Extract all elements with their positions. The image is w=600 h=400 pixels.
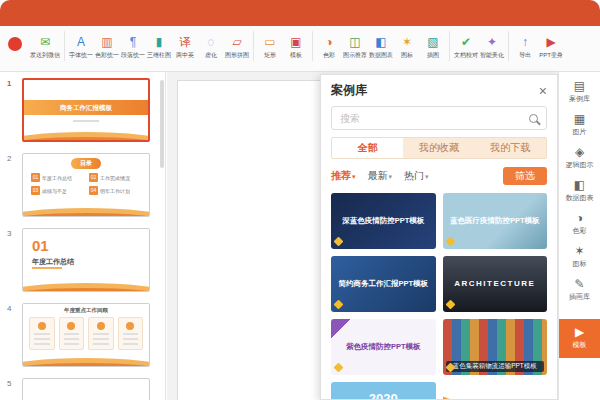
- export-icon: ↑: [513, 35, 537, 49]
- title-bar: [0, 0, 600, 26]
- toc-number-chip: 04: [89, 186, 98, 195]
- ribbon-translate[interactable]: 译 两中英: [172, 35, 198, 60]
- close-icon[interactable]: ×: [539, 85, 547, 97]
- content-column: [118, 317, 144, 350]
- sidebar-item-diagrams[interactable]: ◈ 逻辑图示: [559, 142, 600, 175]
- ribbon-export[interactable]: ↑ 导出: [512, 35, 538, 60]
- ribbon-blur[interactable]: ◌ 虚化: [198, 35, 224, 60]
- ribbon-proofread[interactable]: ✔ 文档校对: [453, 35, 479, 60]
- section-title: 年度工作总结: [32, 257, 74, 267]
- slide-number: 4: [7, 304, 11, 313]
- template-card[interactable]: 蓝色医疗疫情防控PPT模板: [443, 193, 548, 249]
- sidebar-item-colors[interactable]: ◑ 色彩: [559, 208, 600, 241]
- slide-4-content-thumb[interactable]: 年度重点工作回顾: [22, 303, 150, 367]
- blur-icon: ◌: [199, 35, 223, 49]
- slide-thumbnail-4[interactable]: 4 年度重点工作回顾: [0, 303, 165, 367]
- illustration-icon: ▧: [421, 35, 445, 49]
- palette-icon: ◑: [317, 35, 341, 49]
- content-column: [88, 317, 114, 350]
- ribbon-smart-beautify[interactable]: ✦ 智能美化: [479, 35, 505, 60]
- palette-icon: ◑: [559, 212, 600, 225]
- sort-newest[interactable]: 最新▾: [368, 169, 393, 183]
- sort-hot[interactable]: 热门▾: [404, 169, 429, 183]
- ribbon-unify-color[interactable]: ▥ 色彩统一: [94, 35, 120, 60]
- diagram-icon: ◈: [559, 146, 600, 159]
- case-library-panel: 案例库 × 全部 我的收藏 我的下载 推荐▾ 最新▾ 热门▾ 筛选 深蓝色疫情防…: [320, 74, 558, 400]
- decoration-line: [73, 120, 99, 122]
- search-button[interactable]: [520, 107, 546, 129]
- slide-thumbnail-panel: 1 商务工作汇报模板 2 目录 01 年度工作总结 02 工作完成情况 03: [0, 72, 166, 400]
- ribbon-divider: [253, 31, 254, 61]
- ribbon-divider: [449, 31, 450, 61]
- template-card[interactable]: 2020 商务工作汇报模板: [331, 382, 436, 399]
- sidebar-item-icons[interactable]: ✶ 图标: [559, 241, 600, 274]
- cases-icon: ▤: [559, 80, 600, 93]
- sidebar-item-illustrations[interactable]: ✎ 插画库: [559, 274, 600, 307]
- slide-thumbnail-5[interactable]: 5: [0, 378, 165, 400]
- chevron-down-icon: ▾: [352, 173, 356, 180]
- template-card[interactable]: 工作汇报通用模板: [443, 382, 548, 399]
- template-card[interactable]: 蓝色集装箱物流运输PPT模板: [443, 319, 548, 375]
- sidebar-item-cases[interactable]: ▤ 案例库: [559, 76, 600, 109]
- toc-item: 02 工作完成情况: [89, 173, 141, 182]
- filter-button[interactable]: 筛选: [503, 167, 547, 185]
- slide-number: 3: [7, 229, 11, 238]
- template-card[interactable]: 深蓝色疫情防控PPT模板: [331, 193, 436, 249]
- wave-decoration: [22, 137, 150, 142]
- premium-diamond-icon: [334, 363, 344, 373]
- library-tabs: 全部 我的收藏 我的下载: [331, 137, 547, 159]
- toc-item: 03 成绩与不足: [31, 186, 83, 195]
- tab-my-favorites[interactable]: 我的收藏: [403, 138, 474, 158]
- chevron-down-icon: ▾: [425, 173, 429, 180]
- ribbon-diagram[interactable]: ◫ 图示推荐: [342, 35, 368, 60]
- ribbon-data-chart[interactable]: ◧ 数据图表: [368, 35, 394, 60]
- shapes-icon: ▱: [225, 35, 249, 49]
- slide-1-cover-thumb[interactable]: 商务工作汇报模板: [22, 78, 150, 142]
- toc-item: 04 明年工作计划: [89, 186, 141, 195]
- slide-3-section-thumb[interactable]: 01 年度工作总结: [22, 228, 150, 292]
- search-input[interactable]: [332, 113, 520, 124]
- ribbon-unify-paragraph[interactable]: ¶ 段落统一: [120, 35, 146, 60]
- sidebar-item-templates[interactable]: ▶ 模板: [559, 319, 600, 358]
- sparkle-icon: ✦: [480, 35, 504, 49]
- icon-placeholder: [38, 322, 46, 330]
- slide-thumbnail-1[interactable]: 1 商务工作汇报模板: [0, 78, 165, 142]
- slide-thumbnail-3[interactable]: 3 01 年度工作总结: [0, 228, 165, 292]
- content-column: [29, 317, 55, 350]
- template-card[interactable]: 简约商务工作汇报PPT模板: [331, 256, 436, 312]
- font-icon: A: [69, 35, 93, 49]
- sort-recommended[interactable]: 推荐▾: [331, 169, 356, 183]
- slides-scrollbar[interactable]: [160, 80, 164, 168]
- ribbon-icon-library[interactable]: ✶ 图标: [394, 35, 420, 60]
- right-sidebar: ▤ 案例库 ▦ 图片 ◈ 逻辑图示 ◧ 数据图表 ◑ 色彩 ✶ 图标 ✎ 插画库…: [558, 72, 600, 400]
- ribbon-illustration[interactable]: ▧ 插图: [420, 35, 446, 60]
- ribbon-rectangle[interactable]: ▭ 矩形: [257, 35, 283, 60]
- ribbon-3d-chart[interactable]: ▮ 三维柱图: [146, 35, 172, 60]
- filter-bar: 推荐▾ 最新▾ 热门▾ 筛选: [331, 167, 547, 185]
- red-logo-icon[interactable]: [8, 37, 22, 51]
- translate-icon: 译: [173, 35, 197, 49]
- icon-placeholder: [126, 322, 134, 330]
- template-grid: 深蓝色疫情防控PPT模板 蓝色医疗疫情防控PPT模板 简约商务工作汇报PPT模板…: [331, 193, 547, 399]
- tab-all[interactable]: 全部: [332, 138, 403, 158]
- ribbon-send-to-wechat[interactable]: ✉ 发送到微信: [29, 35, 61, 60]
- wave-decoration: [22, 363, 150, 367]
- tab-my-downloads[interactable]: 我的下载: [475, 138, 546, 158]
- ribbon-ppt-transform[interactable]: ▶ PPT变身: [538, 35, 564, 60]
- premium-diamond-icon: [334, 237, 344, 247]
- template-card[interactable]: 紫色疫情防控PPT模板: [331, 319, 436, 375]
- slide-thumbnail-2[interactable]: 2 目录 01 年度工作总结 02 工作完成情况 03 成绩与不足 04 明年: [0, 153, 165, 217]
- pencil-icon: ✎: [559, 278, 600, 291]
- ribbon-template[interactable]: ▣ 模板: [283, 35, 309, 60]
- slide-number: 5: [7, 379, 11, 388]
- sidebar-item-images[interactable]: ▦ 图片: [559, 109, 600, 142]
- slide-2-toc-thumb[interactable]: 目录 01 年度工作总结 02 工作完成情况 03 成绩与不足 04 明年工作计…: [22, 153, 150, 217]
- slide-number: 2: [7, 154, 11, 163]
- ribbon-shape-puzzle[interactable]: ▱ 图形拼图: [224, 35, 250, 60]
- slide-5-thumb[interactable]: [22, 378, 150, 400]
- template-card[interactable]: ARCHITECTURE: [443, 256, 548, 312]
- template-icon: ▣: [284, 35, 308, 49]
- sidebar-item-data-charts[interactable]: ◧ 数据图表: [559, 175, 600, 208]
- ribbon-unify-font[interactable]: A 字体统一: [68, 35, 94, 60]
- ribbon-color-library[interactable]: ◑ 色彩: [316, 35, 342, 60]
